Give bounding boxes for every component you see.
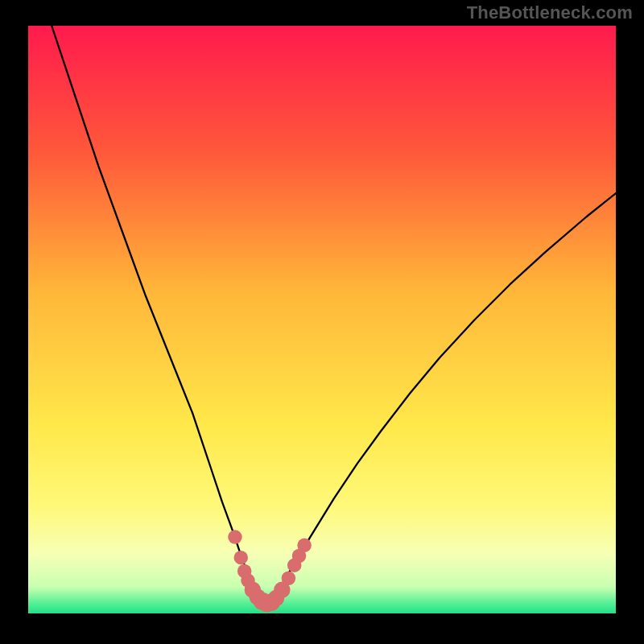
data-marker (282, 571, 296, 585)
data-marker (228, 530, 242, 544)
watermark-label: TheBottleneck.com (467, 2, 633, 23)
svg-rect-0 (28, 26, 616, 613)
data-marker (297, 539, 312, 553)
bottleneck-chart (0, 0, 644, 644)
chart-container: { "watermark": "TheBottleneck.com", "col… (0, 0, 644, 644)
data-marker (234, 551, 249, 565)
